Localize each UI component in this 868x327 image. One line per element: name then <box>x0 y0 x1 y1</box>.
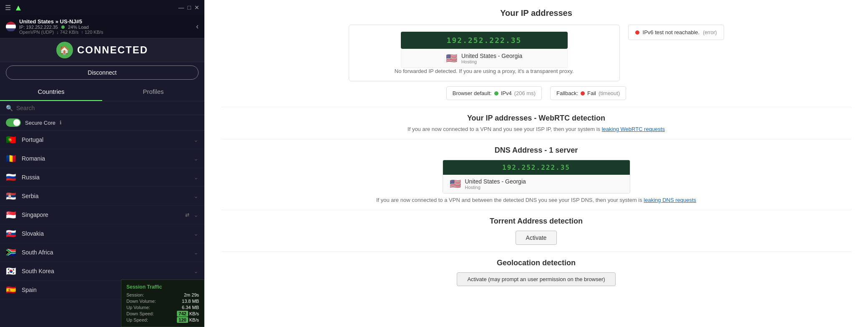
flag-icon: 🇰🇷 <box>6 266 18 276</box>
down-speed-unit: KB/s <box>189 311 199 316</box>
country-name: Russia <box>22 174 189 181</box>
chevron-down-icon: ⌄ <box>194 268 199 274</box>
activate-geo-button[interactable]: Activate (may prompt an user permission … <box>457 272 615 286</box>
flag-icon: 🇪🇸 <box>6 285 18 295</box>
fallback-label: Fallback: <box>556 90 578 96</box>
up-speed-badge: 120 <box>177 317 188 323</box>
dns-title: DNS Address - 1 server <box>221 146 851 155</box>
connection-bar: United States » US-NJ#5 IP: 192.252.222.… <box>0 15 204 38</box>
webrtc-section: Your IP addresses - WebRTC detection If … <box>221 114 851 132</box>
home-icon: 🏠 <box>56 42 73 58</box>
flag-icon: 🇸🇰 <box>6 229 18 239</box>
tab-countries[interactable]: Countries <box>0 83 102 101</box>
flag-icon: 🇵🇹 <box>6 135 18 145</box>
flag-icon: 🇷🇴 <box>6 153 18 164</box>
ip-country: United States - Georgia <box>461 53 522 59</box>
dns-desc: If you are now connected to a VPN and be… <box>221 197 851 203</box>
list-item[interactable]: 🇷🇺 Russia ⌄ <box>0 168 204 187</box>
chevron-down-icon: ⌄ <box>194 249 199 256</box>
status-bar: 🏠 CONNECTED <box>0 38 204 62</box>
search-input[interactable] <box>16 105 199 111</box>
protocol: OpenVPN (UDP) <box>19 30 54 35</box>
chevron-down-icon: ⌄ <box>194 193 199 199</box>
dns-hosting: Hosting <box>465 185 526 190</box>
up-volume-label: Up Volume: <box>126 305 150 310</box>
logo-icon: ▲ <box>14 3 23 13</box>
up-speed-unit: KB/s <box>189 317 199 322</box>
country-name: South Korea <box>22 268 189 274</box>
no-forward-text: No forwarded IP detected. If you are usi… <box>356 68 613 74</box>
red-dot <box>581 91 585 96</box>
session-value: 2m 29s <box>184 292 199 297</box>
dns-section: DNS Address - 1 server 192.252.222.35 🇺🇸… <box>221 146 851 203</box>
session-label: Session: <box>126 292 144 297</box>
dns-ip: 192.252.222.35 <box>443 160 630 175</box>
list-item[interactable]: 🇸🇰 Slovakia ⌄ <box>0 224 204 243</box>
ip-card: 192.252.222.35 🇺🇸 United States - Georgi… <box>349 25 620 81</box>
ip-address: IP: 192.252.222.35 <box>19 25 58 30</box>
green-dot <box>494 91 498 96</box>
right-panel: Your IP addresses 192.252.222.35 🇺🇸 Unit… <box>204 0 868 327</box>
browser-row: Browser default: IPv4 (206 ms) Fallback:… <box>221 86 851 100</box>
torrent-section: Torrent Address detection Activate <box>221 217 851 245</box>
info-icon[interactable]: ℹ <box>60 120 62 126</box>
dns-location: 🇺🇸 United States - Georgia Hosting <box>443 175 630 193</box>
down-speed-label: Down Speed: <box>126 311 154 316</box>
country-name: Romania <box>22 155 189 162</box>
ipv6-card: IPv6 test not reachable. (error) <box>628 25 724 40</box>
close-button[interactable]: ✕ <box>194 4 199 11</box>
tab-profiles[interactable]: Profiles <box>102 83 204 101</box>
dns-flag-icon: 🇺🇸 <box>450 179 461 189</box>
minimize-button[interactable]: — <box>179 4 184 11</box>
list-item[interactable]: 🇰🇷 South Korea ⌄ <box>0 262 204 281</box>
hamburger-icon[interactable]: ☰ <box>5 4 11 12</box>
dns-card: 192.252.222.35 🇺🇸 United States - Georgi… <box>443 160 630 194</box>
server-name: United States » US-NJ#5 <box>19 18 193 25</box>
country-name: Slovakia <box>22 230 189 237</box>
flag-icon: 🇸🇬 <box>6 210 18 220</box>
session-title: Session Traffic <box>126 284 199 290</box>
load-dot <box>61 25 65 29</box>
secure-core-toggle[interactable] <box>6 118 21 127</box>
disconnect-button[interactable]: Disconnect <box>6 65 199 80</box>
chevron-down-icon: ⌄ <box>194 155 199 162</box>
geo-title: Geolocation detection <box>221 259 851 267</box>
down-volume-value: 13.8 MB <box>182 299 199 304</box>
load-text: 24% Load <box>68 25 89 30</box>
webrtc-desc: If you are now connected to a VPN and yo… <box>221 126 851 132</box>
double-arrow-icon: ⇄ <box>185 212 189 218</box>
ip-section-title: Your IP addresses <box>221 8 851 18</box>
webrtc-title: Your IP addresses - WebRTC detection <box>221 114 851 123</box>
us-flag-icon: 🇺🇸 <box>446 53 457 64</box>
browser-ms: (206 ms) <box>514 90 536 96</box>
chevron-down-icon: ⌄ <box>194 211 199 218</box>
list-item[interactable]: 🇷🇸 Serbia ⌄ <box>0 187 204 206</box>
ip-location-row: 🇺🇸 United States - Georgia Hosting <box>401 49 568 68</box>
search-row: 🔍 <box>0 101 204 115</box>
ipv6-dot <box>635 30 639 35</box>
down-volume-label: Down Volume: <box>126 299 156 304</box>
flag-icon: 🇷🇸 <box>6 191 18 201</box>
activate-torrent-button[interactable]: Activate <box>516 231 557 245</box>
list-item[interactable]: 🇵🇹 Portugal ⌄ <box>0 131 204 149</box>
fallback-badge: Fallback: Fail (timeout) <box>550 86 626 100</box>
ip-hosting: Hosting <box>461 59 522 64</box>
list-item[interactable]: 🇿🇦 South Africa ⌄ <box>0 243 204 262</box>
top-bar: ☰ ▲ — □ ✕ <box>0 0 204 15</box>
list-item[interactable]: 🇸🇬 Singapore ⇄ ⌄ <box>0 206 204 224</box>
chevron-down-icon: ⌄ <box>194 174 199 181</box>
fallback-status: Fail <box>587 90 596 96</box>
dns-link[interactable]: leaking DNS requests <box>644 197 696 203</box>
expand-button[interactable]: ‹ <box>196 22 199 31</box>
dns-country: United States - Georgia <box>465 178 526 185</box>
fallback-note: (timeout) <box>599 90 620 96</box>
list-item[interactable]: 🇷🇴 Romania ⌄ <box>0 149 204 168</box>
up-volume-value: 6.34 MB <box>182 305 199 310</box>
browser-default-label: Browser default: <box>453 90 492 96</box>
country-name: South Africa <box>22 249 189 256</box>
webrtc-link[interactable]: leaking WebRTC requests <box>602 126 665 132</box>
country-name: Singapore <box>22 211 181 218</box>
country-name: Serbia <box>22 193 189 199</box>
up-speed: ↑ 120 KB/s <box>81 30 103 35</box>
maximize-button[interactable]: □ <box>188 4 191 11</box>
